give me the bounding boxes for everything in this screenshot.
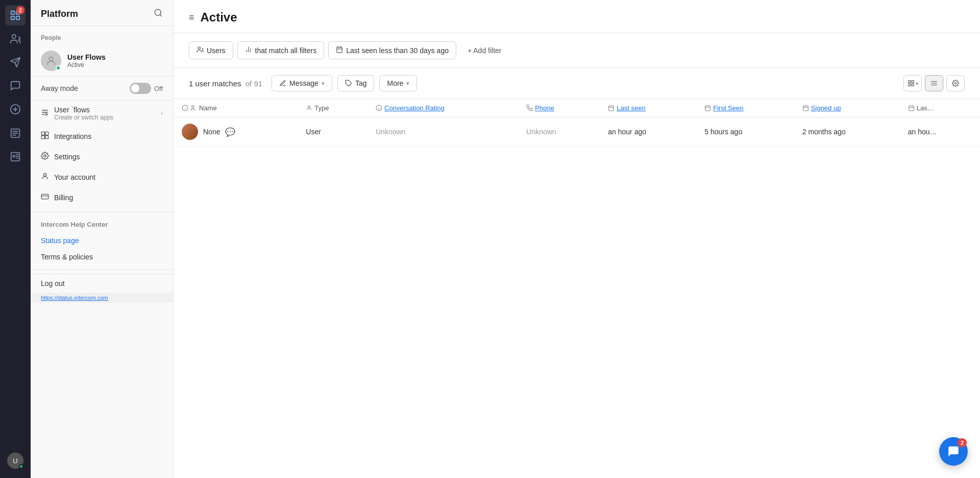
user-card-status: Active [67,61,163,68]
hamburger-icon[interactable]: ≡ [189,12,194,23]
user-flows-sub: Create or switch apps [54,114,113,121]
svg-rect-53 [609,106,614,111]
filter-bar: Users that match all filters [174,33,980,68]
filter-chip-users-label: Users [207,46,226,55]
svg-rect-57 [705,106,710,111]
away-mode-label: Away mode [41,84,78,92]
tag-button-icon [345,80,352,87]
info-col-icon [182,105,188,111]
type-col-icon [306,105,312,111]
signed-up-col-icon [802,105,809,111]
your-account-icon [41,172,49,182]
col-name[interactable]: Name [174,99,298,117]
rail-icon-add2[interactable] [5,146,26,166]
rail-icon-chat[interactable] [5,76,26,96]
more-chevron: ▾ [406,80,409,87]
rail-icon-home[interactable]: 2 [5,5,26,26]
terms-policies-link[interactable]: Terms & policies [31,249,173,265]
table-row[interactable]: None 💬 User Unknown Unknown an hour ago … [174,117,980,147]
sidebar-item-billing[interactable]: Billing [31,187,173,208]
rail-icon-list[interactable] [5,123,26,143]
svg-point-44 [954,82,957,84]
svg-rect-0 [11,11,14,14]
chat-fab[interactable]: 2 [939,437,968,466]
users-chip-icon [197,46,204,55]
user-avatar [41,51,61,71]
last-seen-cell: an hour ago [600,117,696,147]
svg-rect-20 [41,132,44,135]
svg-point-25 [43,174,46,176]
last-seen-chip-icon [336,46,343,55]
users-table: Name Type Conversation Rating [174,99,980,147]
filter-chip-match[interactable]: that match all filters [237,41,325,59]
of-total: of 91 [246,79,262,88]
billing-icon [41,193,49,203]
message-button[interactable]: Message ▾ [272,75,332,91]
grid-chevron: ▾ [916,81,918,86]
svg-point-48 [192,106,194,108]
people-col-icon [190,105,197,111]
svg-rect-26 [41,194,48,199]
grid-view-icon [908,80,915,87]
main-header: ≡ Active [174,0,980,33]
rating-cell: Unknown [368,117,518,147]
signed-up-cell: 2 months ago [794,117,900,147]
fab-badge: 2 [958,438,967,447]
toggle-track[interactable] [130,83,151,94]
filter-chip-last-seen[interactable]: Last seen less than 30 days ago [328,41,456,59]
add-filter-button[interactable]: + Add filter [460,42,509,59]
status-url-bar: https://status.intercom.com [31,293,173,303]
user-card[interactable]: User Flows Active [31,45,173,77]
page-title: Active [201,10,237,25]
user-card-info: User Flows Active [67,53,163,68]
filter-chip-users[interactable]: Users [189,41,233,59]
svg-rect-65 [909,106,914,111]
chat-fab-icon [947,445,960,458]
grid-view-button[interactable]: ▾ [903,75,922,91]
sidebar-item-your-account[interactable]: Your account [31,167,173,187]
rail-user-avatar[interactable]: U [7,452,23,469]
svg-rect-23 [45,136,48,139]
col-phone[interactable]: Phone [518,99,600,117]
sidebar-item-settings[interactable]: Settings [31,147,173,167]
away-mode-toggle[interactable]: Off [130,83,163,94]
table-header-row: Name Type Conversation Rating [174,99,980,117]
sidebar: Platform People User Flows Active Away m… [31,0,174,478]
rail-icon-messages[interactable] [5,52,26,73]
log-out-item[interactable]: Log out [31,274,173,293]
list-view-button[interactable] [925,75,943,91]
away-mode-row: Away mode Off [31,77,173,101]
col-type[interactable]: Type [298,99,368,117]
user-status-dot [56,65,61,70]
last-seen-col-icon [608,105,615,111]
toggle-knob [131,84,139,92]
more-button[interactable]: More ▾ [379,75,417,91]
sidebar-item-integrations[interactable]: Integrations [31,126,173,147]
svg-rect-21 [45,132,48,135]
sidebar-item-user-flows[interactable]: User `flows Create or switch apps › [31,101,173,126]
svg-rect-3 [16,16,19,19]
col-last-seen[interactable]: Last seen [600,99,696,117]
rail-icon-people[interactable] [5,29,26,49]
svg-rect-37 [908,81,910,83]
search-icon[interactable] [154,8,163,19]
svg-rect-40 [912,84,914,86]
svg-rect-61 [803,106,808,111]
col-first-seen[interactable]: First Seen [696,99,794,117]
svg-rect-32 [337,47,342,53]
phone-cell: Unknown [518,117,600,147]
your-account-label: Your account [54,173,95,181]
svg-point-28 [198,47,201,50]
rail-badge: 2 [16,6,24,14]
toggle-state-label: Off [154,85,163,92]
tag-button[interactable]: Tag [337,75,375,91]
settings-view-button[interactable] [946,75,965,91]
settings-icon [41,152,49,162]
filter-chip-last-seen-label: Last seen less than 30 days ago [346,46,449,55]
svg-rect-2 [11,16,14,19]
status-page-link[interactable]: Status page [31,232,173,249]
col-conversation-rating[interactable]: Conversation Rating [368,99,518,117]
last-col-cell: an hou… [900,117,980,147]
col-signed-up[interactable]: Signed up [794,99,900,117]
rail-icon-add1[interactable] [5,99,26,119]
